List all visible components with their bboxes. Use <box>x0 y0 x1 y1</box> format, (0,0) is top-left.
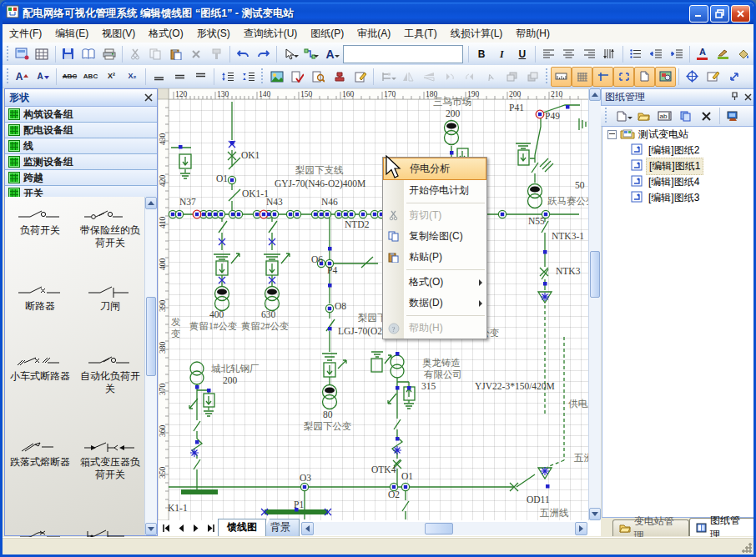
panel-close-icon[interactable] <box>744 92 752 103</box>
spacing-decrease-icon[interactable] <box>238 67 259 87</box>
tab-drawing-manager[interactable]: 图纸管理 <box>689 518 756 536</box>
first-page-icon[interactable] <box>159 523 173 534</box>
line-color-icon[interactable] <box>713 44 733 64</box>
toolbar-grip2[interactable] <box>6 68 10 85</box>
canvas-vscrollbar[interactable] <box>588 88 601 520</box>
pan-zoom-icon[interactable] <box>682 67 703 87</box>
diagram-svg[interactable]: 120130140150160170180190200210 430420410… <box>158 88 589 520</box>
rotate-right-icon[interactable] <box>460 67 481 87</box>
canvas-scroll-left-icon[interactable] <box>301 522 314 535</box>
diagram-canvas[interactable]: 120130140150160170180190200210 430420410… <box>158 88 601 536</box>
grid-toggle-icon[interactable] <box>572 67 592 87</box>
feeder-lines[interactable] <box>169 102 586 519</box>
restore-button[interactable] <box>710 5 729 23</box>
canvas-vscroll-thumb[interactable] <box>590 251 600 298</box>
menu-item-help[interactable]: ?帮助(H) <box>383 318 486 339</box>
tab-background[interactable]: 背景 <box>261 519 300 536</box>
italic-icon[interactable]: I <box>491 44 512 64</box>
menu-approve[interactable]: 审批(A) <box>350 24 397 43</box>
bring-to-front-icon[interactable] <box>501 67 522 87</box>
menu-query-stats[interactable]: 查询统计(U) <box>237 24 305 43</box>
canvas-hscroll-thumb[interactable] <box>425 523 453 534</box>
tree-item-drawing1-selected[interactable]: [编辑]图纸1 <box>602 158 754 174</box>
shape-dropout-fuse[interactable]: 跌落式熔断器 <box>5 409 75 494</box>
tab-station-manager[interactable]: 变电站管理 <box>612 519 689 536</box>
new-drawing-file-icon[interactable] <box>610 106 633 126</box>
format-painter-icon[interactable] <box>206 44 226 64</box>
last-page-icon[interactable] <box>204 523 218 534</box>
shape-trolley-breaker[interactable]: 小车式断路器 <box>5 326 75 409</box>
menu-edit[interactable]: 编辑(E) <box>48 24 95 43</box>
scroll-down-icon[interactable] <box>145 523 157 535</box>
thick-segments[interactable] <box>181 489 328 514</box>
indent-icon[interactable] <box>666 44 686 64</box>
page-preview-icon[interactable] <box>78 44 98 64</box>
menu-tools[interactable]: 工具(T) <box>397 24 443 43</box>
bold-icon[interactable]: B <box>471 44 491 64</box>
delete-drawing-icon[interactable] <box>696 106 717 126</box>
fit-page-icon[interactable] <box>723 67 744 87</box>
font-color-icon[interactable]: A <box>693 44 713 64</box>
tree-item-drawing2[interactable]: [编辑]图纸2 <box>602 143 754 158</box>
page-breaks-toggle-icon[interactable] <box>634 67 655 87</box>
canvas-scroll-down-icon[interactable] <box>589 508 601 520</box>
outdent-icon[interactable] <box>646 44 666 64</box>
paste-icon[interactable] <box>166 44 186 64</box>
copy-icon[interactable] <box>145 44 165 64</box>
pointer-tool-icon[interactable] <box>280 44 300 64</box>
find-shape-icon[interactable] <box>308 67 329 87</box>
tree-root-station[interactable]: 测试变电站 <box>602 127 754 143</box>
flip-horizontal-icon[interactable] <box>397 67 418 87</box>
shape-auto-load-switch[interactable]: 自动化负荷开关 <box>75 326 145 409</box>
open-drawing-icon[interactable] <box>633 106 654 126</box>
ruler-toggle-icon[interactable] <box>551 67 572 87</box>
resize-grip[interactable] <box>741 542 752 553</box>
undo-icon[interactable] <box>233 44 253 64</box>
print-icon[interactable] <box>98 44 118 64</box>
menu-item-paste[interactable]: 粘贴(P) <box>383 247 486 268</box>
line-spacing-loose-icon[interactable] <box>190 67 211 87</box>
menu-shape[interactable]: 形状(S) <box>190 24 237 43</box>
prev-page-icon[interactable] <box>174 523 188 534</box>
superscript-icon[interactable]: X² <box>101 67 122 87</box>
shape-load-switch[interactable]: 负荷开关 <box>5 203 75 263</box>
menu-item-data[interactable]: 数据(D) <box>383 293 486 314</box>
connection-points-toggle-icon[interactable] <box>613 67 634 87</box>
align-shapes-icon[interactable] <box>376 67 397 87</box>
align-center-icon[interactable] <box>558 44 578 64</box>
menu-file[interactable]: 文件(F) <box>3 24 48 43</box>
insert-picture-icon[interactable] <box>266 67 287 87</box>
strikethrough-icon[interactable]: ABC <box>59 67 80 87</box>
menu-format[interactable]: 格式(O) <box>142 24 189 43</box>
title-bar[interactable]: 配电网络可视化管理系统 编辑馈线图 “图纸1” - 测试变电站 <box>3 3 753 24</box>
minimize-button[interactable] <box>689 5 708 23</box>
subscript-icon[interactable]: X₂ <box>122 67 143 87</box>
new-drawing-icon[interactable] <box>12 44 32 64</box>
text-tool-icon[interactable]: A <box>320 44 340 64</box>
canvas-scroll-up-icon[interactable] <box>589 88 601 101</box>
pin-icon[interactable] <box>731 92 738 103</box>
line-spacing-normal-icon[interactable] <box>169 67 190 87</box>
font-increase-icon[interactable]: A <box>12 67 33 87</box>
style-combo[interactable] <box>343 45 463 63</box>
shape-fused-load-switch[interactable]: 带保险丝的负荷开关 <box>75 203 145 263</box>
canvas-hscrollbar[interactable] <box>301 522 587 535</box>
rotate-left-icon[interactable] <box>439 67 460 87</box>
annotate-icon[interactable] <box>350 67 370 87</box>
toolbar-grip4[interactable] <box>545 68 549 85</box>
shape-knife-switch[interactable]: 刀闸 <box>75 263 145 326</box>
menu-item-start-outage-plan[interactable]: 开始停电计划 <box>383 180 486 201</box>
rotate-text-icon[interactable]: A <box>481 67 501 87</box>
flip-vertical-icon[interactable] <box>418 67 439 87</box>
save-icon[interactable] <box>58 44 78 64</box>
render-toggle-icon[interactable] <box>655 67 676 87</box>
no-strikethrough-icon[interactable]: ABC <box>80 67 101 87</box>
canvas-scroll-right-icon[interactable] <box>575 522 587 535</box>
group-crossings[interactable]: 跨越 <box>5 170 157 186</box>
group-monitor-devices[interactable]: 监测设备组 <box>5 154 157 170</box>
toolbar-grip3[interactable] <box>260 68 265 85</box>
shape-box-transformer-load-switch[interactable]: 箱式变压器负荷开关 <box>75 409 145 494</box>
station-view-icon[interactable] <box>723 106 743 126</box>
tab-feeder-diagram[interactable]: 馈线图 <box>218 519 266 536</box>
font-decrease-icon[interactable]: A <box>33 67 53 87</box>
